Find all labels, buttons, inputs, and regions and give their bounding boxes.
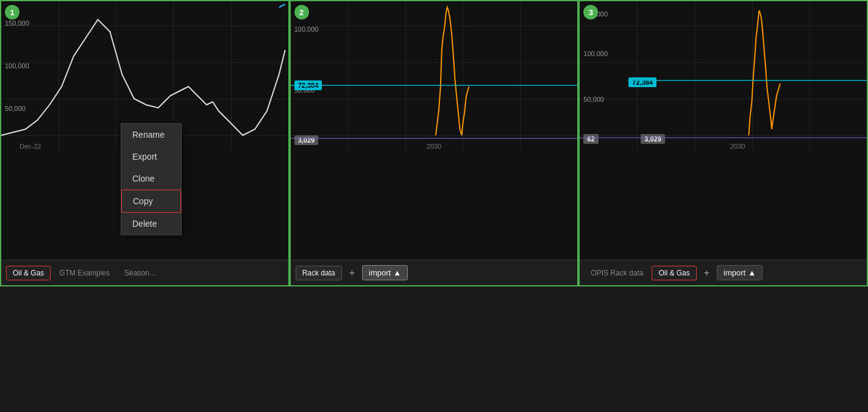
chart-area-3: 150,000 100,000 50,000 72,384 3,029 62 2… (580, 1, 867, 178)
import-button-3[interactable]: import ▲ (717, 265, 763, 280)
add-tab-btn-2[interactable]: + (344, 266, 360, 280)
add-tab-btn-3[interactable]: + (699, 266, 714, 280)
context-menu-copy[interactable]: Copy (121, 190, 181, 213)
tab-gtm-examples[interactable]: GTM Examples (53, 266, 116, 280)
x-label-1: Dec-22 (20, 143, 41, 150)
tab-rack-data[interactable]: Rack data (296, 266, 342, 280)
chart-svg-3 (580, 1, 867, 178)
context-menu: Rename Export Clone Copy Delete (121, 123, 182, 235)
context-menu-delete[interactable]: Delete (121, 213, 181, 235)
context-menu-rename[interactable]: Rename (121, 124, 181, 146)
import-button[interactable]: import ▲ (362, 265, 408, 280)
tab-opis-rack-data[interactable]: OPIS Rack data (585, 266, 649, 280)
panel-number-2: 2 (294, 5, 309, 20)
context-menu-clone[interactable]: Clone (121, 168, 181, 190)
x-label-2: 2030 (427, 143, 441, 150)
import-button-label: import (369, 268, 391, 277)
import-button-3-label: import (724, 268, 745, 277)
bottom-area (0, 286, 868, 412)
tab-bar-2: Rack data + import ▲ (291, 260, 578, 285)
panel-2: 2 100,000 50,000 72,384 3,029 (290, 0, 579, 286)
tab-bar-1: Oil & Gas GTM Examples Season… (1, 260, 288, 285)
tab-oil-gas-3[interactable]: Oil & Gas (652, 266, 696, 280)
import-button-3-arrow: ▲ (748, 268, 756, 277)
chart-svg-2 (291, 1, 578, 178)
tab-oil-gas-1[interactable]: Oil & Gas (6, 266, 51, 280)
chart-area-2: 100,000 50,000 72,384 3,029 2030 (291, 1, 578, 178)
x-label-3: 2030 (730, 143, 745, 150)
panel-number-1: 1 (5, 5, 20, 20)
context-menu-export[interactable]: Export (121, 146, 181, 168)
tab-bar-3: OPIS Rack data Oil & Gas + import ▲ (580, 260, 867, 285)
panel-1: 1 150,000 100,000 50,000 (0, 0, 290, 286)
tab-season[interactable]: Season… (118, 266, 163, 280)
import-button-arrow: ▲ (393, 268, 401, 277)
panel-3: 3 150,000 100,000 50,000 72,384 3,029 62 (578, 0, 868, 286)
